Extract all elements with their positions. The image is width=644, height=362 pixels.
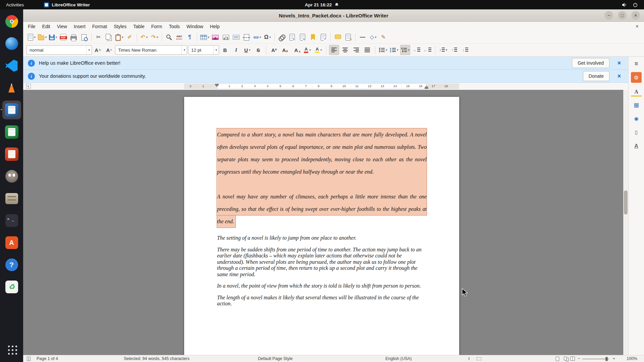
insert-field-button[interactable]: «»▾: [252, 32, 262, 42]
page-count-status[interactable]: Page 1 of 4: [37, 356, 58, 361]
insert-image-button[interactable]: [210, 32, 220, 42]
infobar-action-button[interactable]: Donate: [583, 71, 609, 81]
libreoffice-writer-icon[interactable]: [2, 101, 21, 119]
underline-button[interactable]: U▾: [242, 45, 252, 55]
document-paragraph[interactable]: Compared to a short story, a novel has m…: [217, 128, 427, 178]
align-center-button[interactable]: [340, 45, 350, 55]
bullet-list-button[interactable]: ▾: [378, 45, 388, 55]
increase-paragraph-spacing-button[interactable]: ↑: [449, 45, 459, 55]
selection-mode-icon[interactable]: [477, 357, 481, 360]
gimp-icon[interactable]: [2, 167, 21, 186]
sidebar-settings-icon[interactable]: ≡: [631, 58, 642, 69]
zoom-out-icon[interactable]: −: [578, 356, 580, 361]
minimize-button[interactable]: −: [604, 11, 613, 20]
system-tray[interactable]: [622, 2, 644, 7]
blue-globe-icon[interactable]: [2, 34, 21, 53]
outline-list-button[interactable]: ▾: [400, 45, 410, 55]
redo-button[interactable]: ↷▾: [150, 32, 160, 42]
focused-app-indicator[interactable]: LibreOffice Writer: [44, 2, 90, 7]
close-button[interactable]: ×: [631, 11, 640, 20]
clock-menu[interactable]: Apr 21 16:22: [305, 2, 339, 7]
book-view-icon[interactable]: [570, 357, 575, 361]
files-icon[interactable]: [2, 189, 21, 208]
show-applications-icon[interactable]: [2, 340, 21, 359]
insert-textbox-button[interactable]: [231, 32, 241, 42]
align-right-button[interactable]: [351, 45, 361, 55]
styles-deck-icon[interactable]: A: [631, 88, 642, 97]
highlight-color-button[interactable]: A▾: [313, 45, 323, 55]
style-inspector-icon[interactable]: A: [631, 141, 642, 152]
track-changes-button[interactable]: [343, 32, 353, 42]
tab-stop-selector[interactable]: L: [26, 84, 31, 88]
document-paragraph[interactable]: There may be sudden shifts from one peri…: [217, 247, 427, 278]
zoom-slider[interactable]: [582, 359, 609, 359]
horizontal-line-button[interactable]: —: [358, 32, 368, 42]
help-icon[interactable]: [2, 255, 21, 274]
cut-button[interactable]: ✂: [94, 32, 104, 42]
libreoffice-calc-icon[interactable]: [2, 123, 21, 141]
superscript-button[interactable]: A²: [269, 45, 279, 55]
insert-chart-button[interactable]: [221, 32, 231, 42]
font-size-select[interactable]: 12 pt▾: [188, 45, 219, 55]
numbered-list-button[interactable]: ▾: [389, 45, 399, 55]
menu-item[interactable]: Styles: [110, 23, 130, 30]
terminal-icon[interactable]: [2, 211, 21, 230]
decrease-paragraph-spacing-button[interactable]: ↓: [460, 45, 470, 55]
maximize-button[interactable]: □: [618, 11, 627, 20]
document-paragraph[interactable]: The length of a novel makes it likely th…: [217, 295, 427, 307]
vscode-icon[interactable]: [2, 56, 21, 75]
infobar-action-button[interactable]: Get involved: [572, 58, 609, 68]
print-button[interactable]: [69, 32, 79, 42]
close-document-icon[interactable]: ×: [636, 23, 639, 29]
recycle-app-icon[interactable]: [2, 278, 21, 296]
update-style-button[interactable]: A↻: [93, 45, 103, 55]
subscript-button[interactable]: A₂: [280, 45, 290, 55]
infobar-close-icon[interactable]: ×: [613, 73, 625, 80]
italic-button[interactable]: I: [231, 45, 241, 55]
libreoffice-impress-icon[interactable]: [2, 145, 21, 164]
vlc-icon[interactable]: [2, 78, 21, 97]
line-spacing-button[interactable]: ↕▾: [438, 45, 448, 55]
basic-shapes-button[interactable]: ◇▾: [368, 32, 378, 42]
menu-item[interactable]: Format: [89, 23, 110, 30]
language-status[interactable]: English (USA): [385, 356, 412, 361]
document-paragraph[interactable]: In a novel, the point of view from which…: [217, 283, 427, 289]
align-left-button[interactable]: [329, 45, 339, 55]
zoom-level[interactable]: 100%: [627, 356, 637, 361]
undo-button[interactable]: ↶▾: [139, 32, 149, 42]
app-store-icon[interactable]: [2, 233, 21, 252]
special-character-button[interactable]: Ω▾: [262, 32, 272, 42]
menu-item[interactable]: Insert: [70, 23, 89, 30]
cross-reference-button[interactable]: [318, 32, 328, 42]
bookmark-button[interactable]: [308, 32, 318, 42]
clear-formatting-button[interactable]: A×: [291, 45, 301, 55]
scrollbar-thumb[interactable]: [624, 190, 628, 215]
menu-item[interactable]: Tools: [165, 23, 183, 30]
activities-button[interactable]: Activities: [0, 0, 30, 9]
infobar-close-icon[interactable]: ×: [613, 60, 625, 67]
insert-table-button[interactable]: ▾: [199, 32, 210, 42]
draw-functions-button[interactable]: ✎: [378, 32, 388, 42]
insert-footnote-button[interactable]: [287, 32, 297, 42]
insert-mode-icon[interactable]: Ι: [468, 356, 470, 361]
open-button[interactable]: ▾: [37, 32, 48, 42]
new-style-button[interactable]: A+: [104, 45, 114, 55]
properties-deck-icon[interactable]: ⚙: [631, 72, 642, 83]
clone-formatting-button[interactable]: ✐: [125, 32, 135, 42]
word-count-status[interactable]: Selected: 94 words, 545 characters: [124, 356, 190, 361]
document-paragraph[interactable]: The setting of a novel is likely to jump…: [217, 235, 427, 241]
find-replace-button[interactable]: [164, 32, 174, 42]
page-break-button[interactable]: [241, 32, 252, 42]
font-color-button[interactable]: A▾: [302, 45, 312, 55]
paragraph-style-select[interactable]: normal▾: [26, 45, 92, 55]
page-deck-icon[interactable]: ▯: [631, 127, 642, 138]
justify-button[interactable]: [362, 45, 372, 55]
gallery-deck-icon[interactable]: ▦: [631, 100, 642, 110]
title-bar[interactable]: Novels_Intro_Packet.docx - LibreOffice W…: [23, 9, 644, 22]
document-page[interactable]: Compared to a short story, a novel has m…: [184, 97, 459, 355]
strikethrough-button[interactable]: S: [253, 45, 263, 55]
chrome-icon[interactable]: [2, 12, 21, 31]
insert-endnote-button[interactable]: [298, 32, 308, 42]
save-button[interactable]: ▾: [48, 32, 58, 42]
bold-button[interactable]: B: [220, 45, 230, 55]
